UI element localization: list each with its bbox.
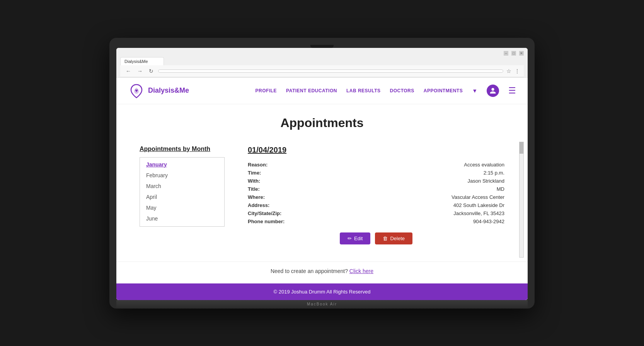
delete-label: Delete: [390, 236, 405, 241]
nav-logo[interactable]: ♥ Dialysis&Me: [128, 82, 189, 99]
detail-row-where: Where: Vascular Access Center: [248, 193, 504, 201]
appointment-details: Reason: Access evaluation Time: 2:15 p.m…: [248, 161, 504, 226]
title-value: MD: [302, 185, 504, 193]
appointment-date: 01/04/2019: [248, 146, 504, 154]
month-item-march[interactable]: March: [140, 181, 224, 192]
detail-row-address: Address: 402 South Lakeside Dr: [248, 201, 504, 209]
svg-text:♥: ♥: [135, 88, 138, 93]
nav-link-appointments[interactable]: APPOINTMENTS: [424, 88, 463, 93]
nav-link-profile[interactable]: PROFILE: [256, 88, 277, 93]
appointments-by-month-heading: Appointments by Month: [140, 146, 225, 153]
create-text: Need to create an appointment?: [271, 268, 348, 274]
browser-tab[interactable]: Dialysis&Me: [120, 57, 164, 65]
app-content: ♥ Dialysis&Me PROFILE PATIENT EDUCATION …: [116, 78, 528, 300]
reason-value: Access evaluation: [302, 161, 504, 169]
menu-dots-icon: ⋮: [515, 68, 520, 74]
city-value: Jacksonville, FL 35423: [302, 209, 504, 217]
left-panel: Appointments by Month January February M…: [140, 146, 225, 254]
month-item-july[interactable]: July: [140, 224, 224, 227]
browser-tab-bar: Dialysis&Me: [120, 57, 524, 65]
address-label: Address:: [248, 201, 302, 209]
hamburger-menu-icon[interactable]: ☰: [508, 86, 516, 96]
refresh-button[interactable]: ↻: [147, 67, 155, 75]
edit-label: Edit: [354, 236, 363, 241]
where-value: Vascular Access Center: [302, 193, 504, 201]
time-value: 2:15 p.m.: [302, 169, 504, 177]
detail-row-title: Title: MD: [248, 185, 504, 193]
nav-link-lab-results[interactable]: LAB RESULTS: [346, 88, 381, 93]
laptop-base: MacBook Air: [116, 300, 528, 309]
page-title-section: Appointments: [116, 104, 528, 138]
right-panel: 01/04/2019 Reason: Access evaluation Tim…: [248, 146, 504, 254]
star-icon: ☆: [506, 68, 511, 74]
city-label: City/State/Zip:: [248, 209, 302, 217]
page-title: Appointments: [116, 116, 528, 130]
page-scrollbar[interactable]: [519, 142, 524, 258]
month-item-january[interactable]: January: [140, 159, 224, 170]
laptop-label: MacBook Air: [307, 302, 337, 306]
logo-icon: ♥: [128, 82, 145, 99]
detail-row-with: With: Jason Strickland: [248, 177, 504, 185]
phone-value: 904-943-2942: [302, 217, 504, 226]
scrollbar-thumb: [520, 142, 523, 154]
user-avatar-icon[interactable]: [487, 85, 499, 97]
month-item-may[interactable]: May: [140, 202, 224, 213]
month-item-february[interactable]: February: [140, 170, 224, 181]
action-buttons: ✏ Edit 🗑 Delete: [248, 232, 504, 244]
browser-close[interactable]: ✕: [519, 51, 524, 56]
main-content: Appointments by Month January February M…: [116, 138, 528, 261]
nav-link-doctors[interactable]: DOCTORS: [390, 88, 414, 93]
detail-row-time: Time: 2:15 p.m.: [248, 169, 504, 177]
month-list[interactable]: January February March April May June Ju…: [140, 157, 225, 227]
address-value: 402 South Lakeside Dr: [302, 201, 504, 209]
address-bar[interactable]: [158, 70, 503, 73]
back-button[interactable]: ←: [124, 67, 133, 75]
detail-row-city: City/State/Zip: Jacksonville, FL 35423: [248, 209, 504, 217]
detail-row-phone: Phone number: 904-943-2942: [248, 217, 504, 226]
create-appointment-section: Need to create an appointment? Click her…: [116, 261, 528, 283]
create-link[interactable]: Click here: [349, 268, 373, 274]
where-label: Where:: [248, 193, 302, 201]
title-label: Title:: [248, 185, 302, 193]
laptop-frame: – □ ✕ Dialysis&Me ← → ↻ ☆ ⋮: [109, 38, 535, 309]
app-nav: ♥ Dialysis&Me PROFILE PATIENT EDUCATION …: [116, 78, 528, 104]
footer-text: © 2019 Joshua Drumm All Rights Reserved: [274, 289, 371, 295]
with-label: With:: [248, 177, 302, 185]
edit-icon: ✏: [348, 236, 352, 241]
reason-label: Reason:: [248, 161, 302, 169]
laptop-notch: [310, 45, 334, 48]
browser-tab-label: Dialysis&Me: [124, 59, 148, 64]
trash-icon: 🗑: [383, 236, 388, 241]
browser-toolbar: ← → ↻ ☆ ⋮: [120, 65, 524, 77]
browser-maximize[interactable]: □: [511, 51, 516, 56]
browser-minimize[interactable]: –: [504, 51, 508, 56]
browser-controls: – □ ✕: [504, 51, 524, 56]
detail-row-reason: Reason: Access evaluation: [248, 161, 504, 169]
toolbar-icons: ☆ ⋮: [506, 68, 520, 74]
with-value: Jason Strickland: [302, 177, 504, 185]
nav-link-patient-education[interactable]: PATIENT EDUCATION: [286, 88, 337, 93]
month-item-april[interactable]: April: [140, 192, 224, 202]
dropdown-chevron-icon[interactable]: ▼: [472, 88, 477, 94]
edit-button[interactable]: ✏ Edit: [340, 232, 370, 244]
time-label: Time:: [248, 169, 302, 177]
delete-button[interactable]: 🗑 Delete: [375, 232, 412, 244]
phone-label: Phone number:: [248, 217, 302, 226]
nav-links: PROFILE PATIENT EDUCATION LAB RESULTS DO…: [256, 85, 516, 97]
app-footer: © 2019 Joshua Drumm All Rights Reserved: [116, 283, 528, 300]
browser-title-bar: – □ ✕: [120, 51, 524, 56]
month-item-june[interactable]: June: [140, 213, 224, 224]
forward-button[interactable]: →: [136, 67, 144, 75]
laptop-screen: – □ ✕ Dialysis&Me ← → ↻ ☆ ⋮: [116, 48, 528, 300]
logo-text: Dialysis&Me: [148, 86, 189, 95]
browser-chrome: – □ ✕ Dialysis&Me ← → ↻ ☆ ⋮: [116, 48, 528, 78]
